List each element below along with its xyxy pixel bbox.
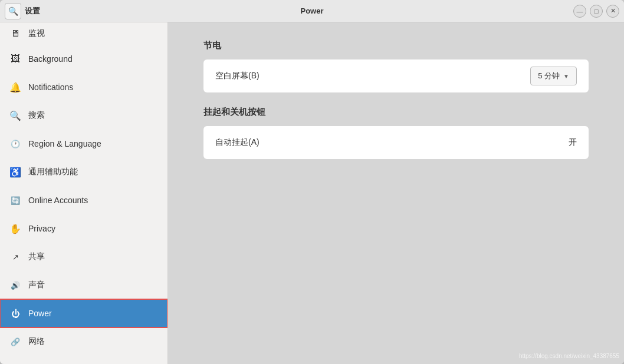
search-icon: 🔍 <box>8 6 18 16</box>
sidebar-item-label: 声音 <box>28 280 45 290</box>
watermark: https://blog.csdn.net/weixin_43387655 <box>519 353 619 359</box>
window-controls: — □ ✕ <box>573 5 619 18</box>
sidebar-item-label: 共享 <box>28 252 45 262</box>
main-panel: 节电 空白屏幕(B) 5 分钟 ▼ 挂起和关机按钮 <box>168 22 624 211</box>
sidebar-item-monitor[interactable]: 🖥 监视 <box>0 22 168 45</box>
suspend-card: 自动挂起(A) 开 <box>203 126 589 159</box>
auto-suspend-value: 开 <box>569 137 577 148</box>
main-panel-wrapper: 节电 空白屏幕(B) 5 分钟 ▼ 挂起和关机按钮 <box>168 22 624 364</box>
sidebar-item-label: 通用辅助功能 <box>28 167 78 177</box>
notifications-icon: 🔔 <box>9 82 21 93</box>
sidebar-item-privacy[interactable]: ✋ Privacy <box>0 214 168 243</box>
background-icon: 🖼 <box>9 54 21 64</box>
sidebar-item-devices[interactable]: 📱 设备 › <box>0 356 168 364</box>
sidebar-item-accessibility[interactable]: ♿ 通用辅助功能 <box>0 158 168 186</box>
power-icon: ⏻ <box>9 309 21 319</box>
sidebar-item-sharing[interactable]: ↗ 共享 <box>0 243 168 271</box>
sidebar-item-search[interactable]: 🔍 搜索 <box>0 101 168 130</box>
sidebar-item-label: Online Accounts <box>28 196 88 205</box>
settings-label: 设置 <box>25 6 40 16</box>
blank-screen-label: 空白屏幕(B) <box>215 71 530 81</box>
blank-screen-control: 5 分钟 ▼ <box>530 67 577 85</box>
blank-screen-dropdown[interactable]: 5 分钟 ▼ <box>530 67 577 85</box>
sidebar-item-region[interactable]: 🕐 Region & Language <box>0 130 168 158</box>
minimize-icon: — <box>577 8 583 15</box>
privacy-icon: ✋ <box>9 223 21 234</box>
online-accounts-icon: 🔄 <box>9 196 21 205</box>
sidebar-item-label: 搜索 <box>28 110 45 121</box>
search-button[interactable]: 🔍 <box>5 3 21 19</box>
auto-suspend-row: 自动挂起(A) 开 <box>203 126 589 159</box>
main-window: 🔍 设置 Power — □ ✕ 🖥 监视 🖼 <box>0 0 624 364</box>
sidebar-item-label: Background <box>28 54 73 64</box>
auto-suspend-control: 开 <box>569 137 577 148</box>
maximize-icon: □ <box>595 8 599 15</box>
power-item-wrapper: ⏻ Power <box>0 299 168 327</box>
sidebar-item-power[interactable]: ⏻ Power <box>0 299 168 327</box>
sound-icon: 🔊 <box>9 281 21 290</box>
page-title: Power <box>300 6 323 15</box>
region-icon: 🕐 <box>9 140 21 148</box>
sidebar: 🖥 监视 🖼 Background 🔔 Notifications 🔍 搜索 🕐… <box>0 22 168 364</box>
search-icon: 🔍 <box>9 110 21 121</box>
sidebar-item-background[interactable]: 🖼 Background <box>0 45 168 73</box>
titlebar: 🔍 设置 Power — □ ✕ <box>0 0 624 22</box>
sidebar-item-notifications[interactable]: 🔔 Notifications <box>0 73 168 101</box>
accessibility-icon: ♿ <box>9 167 21 178</box>
power-save-card: 空白屏幕(B) 5 分钟 ▼ <box>203 59 589 92</box>
sidebar-item-label: Privacy <box>28 224 55 233</box>
content-area: 🖥 监视 🖼 Background 🔔 Notifications 🔍 搜索 🕐… <box>0 22 624 364</box>
titlebar-left: 🔍 设置 <box>5 3 40 19</box>
network-icon: 🔗 <box>9 337 21 346</box>
sidebar-item-sound[interactable]: 🔊 声音 <box>0 271 168 299</box>
close-button[interactable]: ✕ <box>606 5 619 18</box>
blank-screen-row: 空白屏幕(B) 5 分钟 ▼ <box>203 59 589 92</box>
close-icon: ✕ <box>610 7 616 15</box>
sidebar-item-label: 网络 <box>28 336 45 347</box>
blank-screen-value: 5 分钟 <box>538 71 560 81</box>
monitor-icon: 🖥 <box>9 28 21 39</box>
sidebar-item-label: Notifications <box>28 82 73 92</box>
sidebar-item-label: 监视 <box>28 28 45 39</box>
maximize-button[interactable]: □ <box>590 5 603 18</box>
sidebar-item-online-accounts[interactable]: 🔄 Online Accounts <box>0 186 168 214</box>
auto-suspend-label: 自动挂起(A) <box>215 137 569 148</box>
sidebar-item-network[interactable]: 🔗 网络 <box>0 327 168 356</box>
sidebar-item-label: Region & Language <box>28 139 101 148</box>
section2-title: 挂起和关机按钮 <box>203 107 589 118</box>
section1-title: 节电 <box>203 40 589 51</box>
bottom-area: https://blog.csdn.net/weixin_43387655 <box>168 211 624 364</box>
dropdown-arrow-icon: ▼ <box>563 73 569 80</box>
sidebar-item-label: Power <box>28 309 52 318</box>
sharing-icon: ↗ <box>9 253 21 262</box>
minimize-button[interactable]: — <box>573 5 586 18</box>
